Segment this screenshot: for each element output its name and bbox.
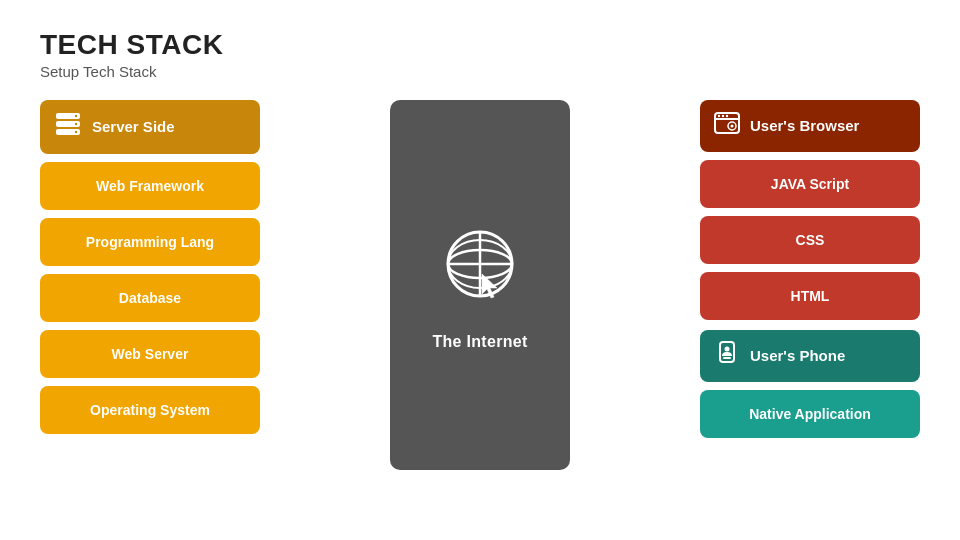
javascript-item: JAVA Script <box>700 160 920 208</box>
css-item: CSS <box>700 216 920 264</box>
right-column: User's Browser JAVA Script CSS HTML User… <box>700 100 920 438</box>
html-item: HTML <box>700 272 920 320</box>
svg-point-4 <box>75 123 77 125</box>
server-side-label: Server Side <box>92 118 175 135</box>
web-framework-item: Web Framework <box>40 162 260 210</box>
svg-point-18 <box>731 125 734 128</box>
main-layout: Server Side Web Framework Programming La… <box>40 100 920 470</box>
svg-point-3 <box>75 115 77 117</box>
center-column: The Internet <box>260 100 700 470</box>
page-subtitle: Setup Tech Stack <box>40 63 920 80</box>
globe-icon <box>430 219 530 319</box>
left-column: Server Side Web Framework Programming La… <box>40 100 260 434</box>
server-icon <box>54 110 82 144</box>
phone-header-label: User's Phone <box>750 347 845 364</box>
user-browser-header: User's Browser <box>700 100 920 152</box>
native-app-item: Native Application <box>700 390 920 438</box>
browser-icon <box>714 110 740 141</box>
operating-system-item: Operating System <box>40 386 260 434</box>
svg-point-14 <box>718 115 720 117</box>
svg-point-21 <box>725 347 730 352</box>
web-server-item: Web Server <box>40 330 260 378</box>
svg-point-16 <box>726 115 728 117</box>
browser-header-label: User's Browser <box>750 117 859 134</box>
programming-lang-item: Programming Lang <box>40 218 260 266</box>
internet-label: The Internet <box>432 333 527 351</box>
database-item: Database <box>40 274 260 322</box>
svg-point-5 <box>75 131 77 133</box>
user-phone-header: User's Phone <box>700 330 920 382</box>
svg-point-15 <box>722 115 724 117</box>
internet-box: The Internet <box>390 100 570 470</box>
server-side-header: Server Side <box>40 100 260 154</box>
page-title: TECH STACK <box>40 30 920 61</box>
phone-icon <box>714 340 740 371</box>
